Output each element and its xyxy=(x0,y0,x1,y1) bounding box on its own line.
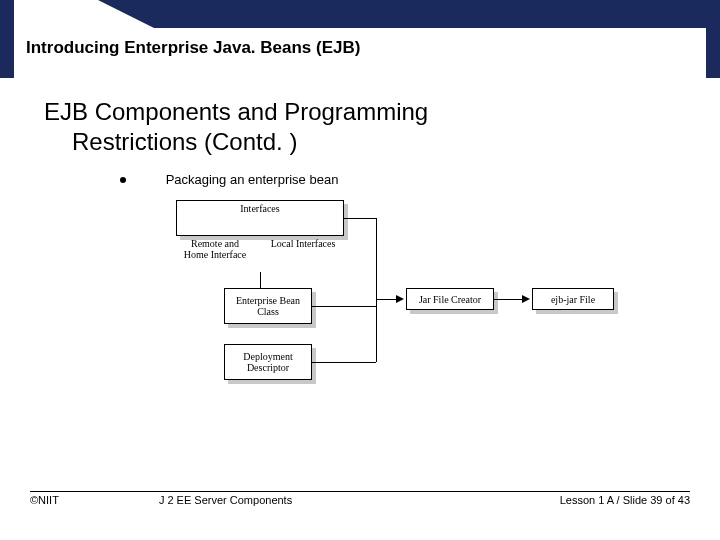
enterprise-bean-class-label: Enterprise Bean Class xyxy=(227,295,309,317)
slide-title: Introducing Enterprise Java. Beans (EJB) xyxy=(26,38,360,58)
ejb-jar-file-box: ejb-jar File xyxy=(532,288,614,310)
connector-line xyxy=(312,306,376,307)
deployment-descriptor-box: Deployment Descriptor xyxy=(224,344,312,380)
footer-center: J 2 EE Server Components xyxy=(159,494,292,506)
interfaces-label: Interfaces xyxy=(240,203,279,214)
connector-line xyxy=(376,299,398,300)
deployment-descriptor-label: Deployment Descriptor xyxy=(227,351,309,373)
connector-line xyxy=(494,299,524,300)
connector-line xyxy=(376,218,377,362)
bullet-row: Packaging an enterprise bean xyxy=(120,172,690,187)
ejb-jar-file-label: ejb-jar File xyxy=(551,294,595,305)
connector-line xyxy=(344,218,376,219)
remote-home-label: Remote and Home Interface xyxy=(180,238,250,260)
connector-line xyxy=(260,272,261,288)
arrow-right-icon xyxy=(522,295,530,303)
bullet-icon xyxy=(120,177,126,183)
arrow-right-icon xyxy=(396,295,404,303)
footer-slide-number: Lesson 1 A / Slide 39 of 43 xyxy=(292,494,690,506)
footer-copyright: ©NIIT xyxy=(30,494,59,506)
footer-rule xyxy=(30,491,690,492)
header-diagonal xyxy=(14,0,154,28)
interfaces-box: Interfaces xyxy=(176,200,344,236)
jar-file-creator-label: Jar File Creator xyxy=(419,294,481,305)
footer: ©NIIT J 2 EE Server Components Lesson 1 … xyxy=(30,491,690,506)
enterprise-bean-class-box: Enterprise Bean Class xyxy=(224,288,312,324)
diagram-area: Interfaces Remote and Home Interface Loc… xyxy=(176,200,626,430)
local-interfaces-label: Local Interfaces xyxy=(268,238,338,249)
content-heading: EJB Components and Programming Restricti… xyxy=(44,97,690,157)
connector-line xyxy=(312,362,376,363)
heading-line-1: EJB Components and Programming xyxy=(44,98,428,125)
heading-line-2: Restrictions (Contd. ) xyxy=(44,127,690,157)
jar-file-creator-box: Jar File Creator xyxy=(406,288,494,310)
bullet-text: Packaging an enterprise bean xyxy=(166,172,339,187)
